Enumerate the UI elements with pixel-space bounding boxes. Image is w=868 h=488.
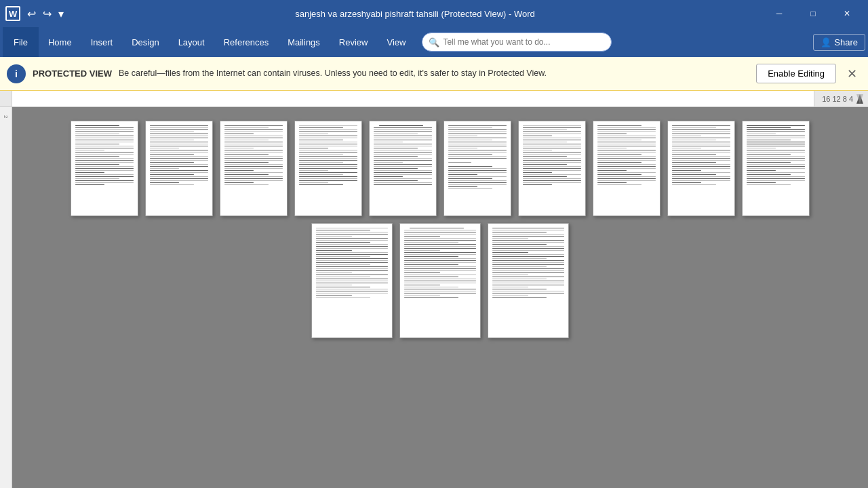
ruler-right: 16 12 8 4 (814, 91, 868, 106)
ribbon-tabs: File Home Insert Design Layout Reference… (0, 27, 868, 57)
protected-label: PROTECTED VIEW (33, 68, 112, 79)
ruler-icon (856, 93, 864, 105)
ruler-main (12, 91, 814, 106)
page-thumb-1[interactable] (71, 121, 138, 216)
share-label: Share (834, 37, 858, 47)
enable-editing-button[interactable]: Enable Editing (756, 64, 836, 83)
share-icon: 👤 (821, 37, 831, 47)
page-thumb-8[interactable] (593, 121, 660, 216)
page-thumb-2[interactable] (145, 121, 213, 216)
page-thumb-10[interactable] (742, 121, 810, 216)
window-controls: ─ □ ✕ (764, 4, 863, 23)
pages-row-1 (33, 121, 848, 216)
search-input[interactable] (422, 33, 612, 52)
tab-review[interactable]: Review (330, 27, 378, 57)
search-wrap: 🔍 (422, 33, 612, 52)
page-thumb-12[interactable] (399, 223, 481, 338)
quick-access-toolbar: ↩ ↪ ▾ (24, 6, 66, 22)
page-thumb-6[interactable] (443, 121, 511, 216)
tab-mailings[interactable]: Mailings (278, 27, 330, 57)
tab-layout[interactable]: Layout (169, 27, 214, 57)
protected-icon: i (7, 64, 26, 83)
content-area[interactable] (12, 107, 868, 488)
main-area: 2 (0, 107, 868, 488)
ruler-side-left (0, 91, 12, 106)
page-thumb-5[interactable] (369, 121, 437, 216)
title-bar: W ↩ ↪ ▾ sanjesh va arzeshyabi pishraft t… (0, 0, 868, 27)
share-button[interactable]: 👤 Share (813, 34, 865, 51)
document-title: sanjesh va arzeshyabi pishraft tahsili (… (66, 9, 764, 19)
page-thumb-9[interactable] (667, 121, 735, 216)
page-thumb-7[interactable] (518, 121, 586, 216)
word-app-icon: W (5, 6, 20, 21)
tab-references[interactable]: References (214, 27, 278, 57)
title-bar-left: W ↩ ↪ ▾ (5, 6, 66, 22)
ruler-numbers: 16 12 8 4 (822, 95, 853, 103)
protected-message: Be careful—files from the Internet can c… (119, 68, 749, 80)
tab-insert[interactable]: Insert (81, 27, 123, 57)
minimize-button[interactable]: ─ (764, 4, 795, 23)
page-thumb-13[interactable] (488, 223, 569, 338)
pages-row-2 (33, 223, 848, 338)
close-protected-bar-button[interactable]: ✕ (843, 65, 861, 83)
customize-qat-button[interactable]: ▾ (56, 6, 66, 22)
close-button[interactable]: ✕ (831, 4, 863, 23)
protected-view-bar: i PROTECTED VIEW Be careful—files from t… (0, 57, 868, 91)
undo-button[interactable]: ↩ (24, 6, 39, 22)
search-bar: 🔍 (422, 33, 806, 52)
ruler-row: 16 12 8 4 (0, 91, 868, 107)
page-thumb-4[interactable] (294, 121, 362, 216)
maximize-button[interactable]: □ (797, 4, 829, 23)
left-sidebar: 2 (0, 107, 12, 488)
svg-text:W: W (9, 9, 18, 19)
tab-view[interactable]: View (377, 27, 415, 57)
redo-button[interactable]: ↪ (40, 6, 54, 22)
page-thumb-3[interactable] (220, 121, 288, 216)
tab-file[interactable]: File (3, 27, 39, 57)
page-thumb-11[interactable] (311, 223, 393, 338)
tab-home[interactable]: Home (39, 27, 81, 57)
ribbon: File Home Insert Design Layout Reference… (0, 27, 868, 57)
tab-design[interactable]: Design (122, 27, 168, 57)
